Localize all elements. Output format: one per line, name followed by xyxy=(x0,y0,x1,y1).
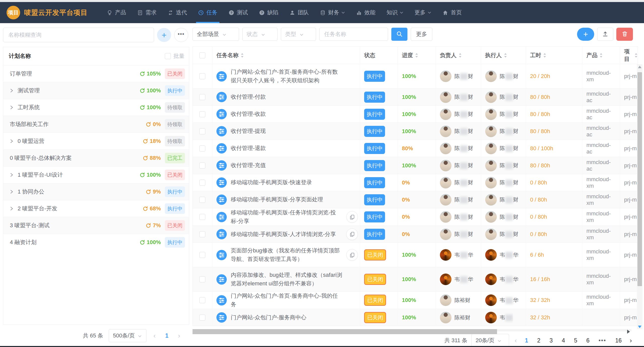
plan-page-number[interactable]: 1 xyxy=(163,332,171,339)
task-row[interactable]: 移动端功能-手机网页版-快速登录执行中0%陈财陈财0 / 80hmmcloud-… xyxy=(193,174,638,191)
task-page-size-select[interactable]: 20条/页 xyxy=(471,334,509,347)
column-header[interactable]: 任务名称 xyxy=(212,47,360,64)
page-ellipsis[interactable]: ••• xyxy=(596,337,609,344)
plan-row[interactable]: 市场部相关工作0%待领取 xyxy=(3,116,189,133)
row-checkbox[interactable] xyxy=(199,315,205,321)
scroll-up-arrow-icon[interactable] xyxy=(638,66,641,68)
sort-icon[interactable] xyxy=(241,53,244,58)
column-header[interactable]: 产品 xyxy=(582,47,620,64)
plan-row[interactable]: 4 融资计划100%执行中 xyxy=(3,234,189,251)
column-header[interactable]: 负责人 xyxy=(436,47,481,64)
nav-item[interactable]: 团队 xyxy=(284,2,314,23)
sort-icon[interactable] xyxy=(634,53,638,58)
scroll-right-arrow-icon[interactable] xyxy=(627,330,630,334)
column-header[interactable]: 工时 xyxy=(526,47,582,64)
task-row[interactable]: 门户网站-众包门户-服务商中心已关闭100%陈裕财韦32 / 32hprj-m xyxy=(193,309,638,326)
sort-icon[interactable] xyxy=(599,53,603,58)
task-name[interactable]: 页面部分bug修改（我发布的任务详情页顶部导航、首页研发管理工具等） xyxy=(231,246,342,263)
expand-arrow-icon[interactable] xyxy=(10,206,13,211)
plan-row[interactable]: 1 唛盟平台-UI设计100%已关闭 xyxy=(3,166,189,183)
add-task-button[interactable]: + xyxy=(577,28,594,41)
page-number[interactable]: 1 xyxy=(522,337,531,344)
column-header[interactable]: 进度 xyxy=(398,47,436,64)
nav-item[interactable]: 更多 xyxy=(409,2,437,23)
delete-button[interactable] xyxy=(616,28,633,41)
copy-button[interactable] xyxy=(346,228,358,240)
nav-item[interactable]: 财务 xyxy=(314,2,351,23)
plan-row[interactable]: 订单管理105%已关闭 xyxy=(3,65,189,82)
plan-page-size-select[interactable]: 500条/页 xyxy=(109,329,146,342)
expand-arrow-icon[interactable] xyxy=(10,105,13,110)
row-checkbox[interactable] xyxy=(199,128,205,134)
plan-next-page-button[interactable]: › xyxy=(176,332,182,340)
row-checkbox[interactable] xyxy=(199,111,205,117)
plan-row[interactable]: 工时系统100%待领取 xyxy=(3,99,189,116)
plan-row[interactable]: 1 协同办公9%执行中 xyxy=(3,183,189,200)
sort-icon[interactable] xyxy=(543,53,546,58)
row-checkbox[interactable] xyxy=(199,297,205,303)
horizontal-scrollbar-thumb[interactable] xyxy=(193,329,497,334)
plan-search-input[interactable] xyxy=(3,28,154,42)
task-name[interactable]: 收付管理-充值 xyxy=(231,161,266,170)
task-name[interactable]: 收付管理-收款 xyxy=(231,110,266,118)
vertical-scrollbar[interactable] xyxy=(637,64,642,329)
task-row[interactable]: 门户网站-众包门户-首页-服务商中心-所有数据只关联个人账号，不关联组织架构执行… xyxy=(193,64,638,89)
page-number[interactable]: 6 xyxy=(584,337,592,344)
task-row[interactable]: 收付管理-充值执行中100%陈财陈财80 / 80hmmcloud-acprj-… xyxy=(193,157,638,174)
sort-icon[interactable] xyxy=(504,53,507,58)
task-name[interactable]: 移动端功能-手机网页版-人才详情浏览-分享 xyxy=(231,230,336,239)
export-button[interactable] xyxy=(597,28,613,41)
expand-arrow-icon[interactable] xyxy=(10,139,13,143)
nav-item[interactable]: 需求 xyxy=(132,2,162,23)
nav-item[interactable]: 知识 xyxy=(381,2,409,23)
task-name[interactable]: 移动端功能-手机网页版-快速登录 xyxy=(231,178,312,187)
plan-row[interactable]: 0 唛盟运营18%待领取 xyxy=(3,133,189,149)
task-name[interactable]: 移动端功能-手机网页版-分享页面处理 xyxy=(231,195,323,204)
select-all-checkbox[interactable] xyxy=(199,52,205,58)
row-checkbox[interactable] xyxy=(199,94,205,100)
sort-icon[interactable] xyxy=(415,53,418,58)
page-number[interactable]: 5 xyxy=(572,337,580,344)
page-number[interactable]: 4 xyxy=(559,337,567,344)
row-checkbox[interactable] xyxy=(199,180,205,186)
page-number[interactable]: 2 xyxy=(535,337,543,344)
nav-item[interactable]: ?测试 xyxy=(223,2,253,23)
plan-row[interactable]: 3 唛盟平台-测试7%已关闭 xyxy=(3,217,189,234)
task-row[interactable]: 移动端功能-手机网页版-任务详情页浏览-投标-分享执行中0%陈财陈财0 / 80… xyxy=(193,208,638,226)
task-row[interactable]: 收付管理-收款执行中100%陈财陈财80 / 80hmmcloud-acprj-… xyxy=(193,106,638,123)
page-number[interactable]: 3 xyxy=(547,337,555,344)
nav-item[interactable]: 首页 xyxy=(437,2,467,23)
nav-item[interactable]: 迭代 xyxy=(162,2,193,23)
row-checkbox[interactable] xyxy=(199,197,205,203)
row-checkbox[interactable] xyxy=(199,276,205,282)
nav-item[interactable]: 任务 xyxy=(193,2,223,23)
plan-row[interactable]: 0 唛盟平台-总体解决方案88%已完工 xyxy=(3,149,189,166)
scene-select[interactable]: 全部场景 xyxy=(193,28,239,41)
task-name[interactable]: 收付管理-付款 xyxy=(231,93,266,101)
task-row[interactable]: 收付管理-付款执行中100%陈财陈财80 / 80hmmcloud-acprj-… xyxy=(193,89,638,106)
row-checkbox[interactable] xyxy=(199,231,205,237)
batch-checkbox[interactable] xyxy=(165,53,171,59)
task-row[interactable]: 门户网站-众包门户-首页-服务商中心-我的任务已关闭100%陈裕财韦华32 / … xyxy=(193,292,638,309)
vertical-scrollbar-thumb[interactable] xyxy=(637,72,642,286)
row-checkbox[interactable] xyxy=(199,145,205,151)
task-name[interactable]: 门户网站-众包门户-首页-服务商中心-所有数据只关联个人账号，不关联组织架构 xyxy=(231,68,342,85)
type-select[interactable]: 类型 xyxy=(281,28,316,41)
task-name[interactable]: 内容添加修改、bug处理、样式修改（safari浏览器对element ui部分… xyxy=(231,271,342,288)
search-button[interactable] xyxy=(391,28,407,41)
expand-arrow-icon[interactable] xyxy=(10,88,13,93)
status-select[interactable]: 状态 xyxy=(242,28,278,41)
task-name-input[interactable] xyxy=(319,28,388,41)
task-row[interactable]: 移动端功能-手机网页版-分享页面处理执行中0%陈财陈财0 / 80hmmclou… xyxy=(193,191,638,208)
task-row[interactable]: 收付管理-退款执行中80%陈财陈财80 / 100hmmcloud-acprj-… xyxy=(193,140,638,157)
task-name[interactable]: 收付管理-提现 xyxy=(231,127,266,135)
task-name[interactable]: 移动端功能-手机网页版-任务详情页浏览-投标-分享 xyxy=(231,208,342,225)
sort-icon[interactable] xyxy=(459,53,462,58)
nav-item[interactable]: 效能 xyxy=(351,2,381,23)
task-name[interactable]: 门户网站-众包门户-首页-服务商中心-我的任务 xyxy=(231,292,342,309)
task-next-page-button[interactable]: › xyxy=(628,337,633,344)
row-checkbox[interactable] xyxy=(199,214,205,220)
copy-button[interactable] xyxy=(346,211,358,223)
row-checkbox[interactable] xyxy=(199,163,205,169)
row-checkbox[interactable] xyxy=(199,252,205,258)
